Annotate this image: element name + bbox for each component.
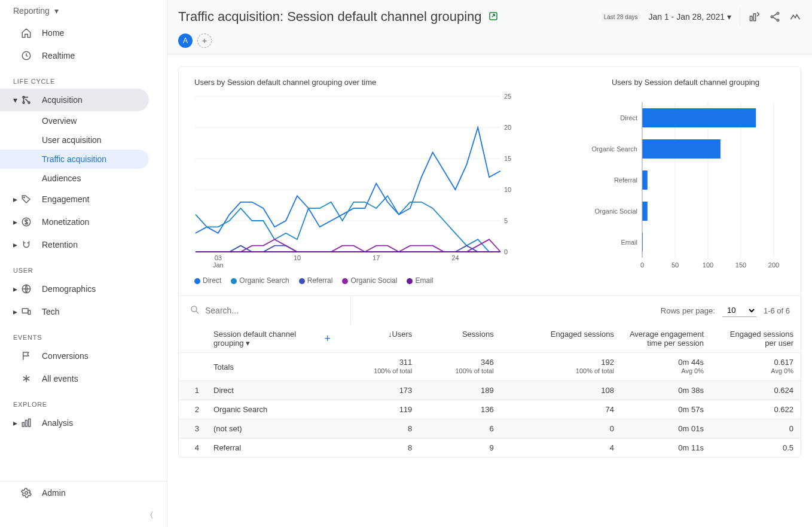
date-range-picker[interactable]: Jan 1 - Jan 28, 2021 ▾ <box>648 12 731 22</box>
comparison-chip[interactable]: A <box>178 33 193 48</box>
col-users[interactable]: ↓Users <box>338 325 419 353</box>
customize-report-icon[interactable] <box>749 11 761 23</box>
report-switcher[interactable]: Reporting ▾ <box>0 0 167 22</box>
sidebar: Reporting ▾ Home Realtime LIFE CYCLE ▾ A… <box>0 0 167 527</box>
nav-item-engagement[interactable]: ▸ Engagement <box>0 188 149 211</box>
nav-label: Conversions <box>42 351 88 361</box>
chevron-down-icon: ▾ <box>54 6 59 16</box>
svg-rect-48 <box>642 139 721 159</box>
table-totals-row: Totals 311100% of total 346100% of total… <box>179 353 801 381</box>
line-chart[interactable]: 051015202503Jan101724 <box>190 90 524 270</box>
svg-text:Email: Email <box>621 239 637 246</box>
nav-item-realtime[interactable]: Realtime <box>0 44 149 67</box>
chevron-down-icon: ▾ <box>13 95 20 105</box>
svg-text:5: 5 <box>504 217 508 224</box>
svg-rect-52 <box>642 202 648 221</box>
col-engaged[interactable]: Engaged sessions <box>501 325 621 353</box>
nav-item-monetization[interactable]: ▸ Monetization <box>0 211 149 233</box>
dimension-header[interactable]: Session default channel grouping ▾ <box>213 330 320 348</box>
svg-text:100: 100 <box>703 261 713 269</box>
nav-sub-audiences[interactable]: Audiences <box>0 169 149 188</box>
bar-chart[interactable]: 050100150200DirectOrganic SearchReferral… <box>576 90 780 276</box>
share-icon[interactable] <box>769 11 781 23</box>
svg-rect-10 <box>26 421 28 427</box>
nav-label: Analysis <box>42 418 73 428</box>
svg-text:150: 150 <box>735 261 746 269</box>
nav-item-conversions[interactable]: Conversions <box>0 345 149 367</box>
nav-label: All events <box>42 374 78 383</box>
svg-text:Jan: Jan <box>213 261 224 269</box>
add-dimension-button[interactable]: + <box>324 333 331 345</box>
svg-rect-14 <box>750 16 752 20</box>
col-sessions[interactable]: Sessions <box>419 325 500 353</box>
chevron-right-icon: ▸ <box>13 307 20 316</box>
date-preset-label: Last 28 days <box>602 13 640 22</box>
col-eng-per-user[interactable]: Engaged sessions per user <box>711 325 801 353</box>
svg-rect-15 <box>753 14 755 21</box>
nav-item-tech[interactable]: ▸ Tech <box>0 300 149 323</box>
flag-icon <box>20 351 32 361</box>
insights-icon[interactable] <box>789 11 801 23</box>
col-avg-time[interactable]: Average engagement time per session <box>621 325 711 353</box>
nav-item-demographics[interactable]: ▸ Demographics <box>0 278 149 300</box>
nav-item-retention[interactable]: ▸ Retention <box>0 233 149 256</box>
svg-rect-8 <box>28 310 30 315</box>
svg-point-4 <box>24 197 25 198</box>
table-row[interactable]: 4Referral8940m 11s0.5 <box>179 438 801 458</box>
data-table: Session default channel grouping ▾ + ↓Us… <box>179 325 801 457</box>
nav-section-explore: EXPLORE <box>0 390 167 412</box>
add-comparison-button[interactable]: + <box>197 33 212 48</box>
legend-item[interactable]: Organic Social <box>342 276 397 285</box>
nav-section-events: EVENTS <box>0 323 167 345</box>
line-chart-legend: DirectOrganic SearchReferralOrganic Soci… <box>190 272 552 287</box>
acquisition-icon <box>20 95 32 105</box>
svg-text:25: 25 <box>504 93 511 100</box>
asterisk-icon <box>20 373 32 384</box>
nav-item-home[interactable]: Home <box>0 22 149 44</box>
rows-per-page-select[interactable]: 10 <box>722 304 756 317</box>
tag-icon <box>20 194 32 205</box>
report-switcher-label: Reporting <box>13 6 50 16</box>
analysis-icon <box>20 418 32 428</box>
devices-icon <box>20 306 32 317</box>
nav-item-all-events[interactable]: All events <box>0 367 149 390</box>
legend-item[interactable]: Direct <box>194 276 221 285</box>
nav-sub-traffic-acquisition[interactable]: Traffic acquisition <box>0 150 149 169</box>
nav-item-admin[interactable]: Admin <box>0 482 149 504</box>
svg-text:10: 10 <box>294 254 301 261</box>
edit-comparison-icon[interactable] <box>488 11 499 23</box>
svg-point-16 <box>777 13 779 14</box>
collapse-sidebar-button[interactable]: 〈 <box>0 504 167 527</box>
report-card: Users by Session default channel groupin… <box>178 66 801 458</box>
page-title: Traffic acquisition: Session default cha… <box>178 9 482 25</box>
svg-rect-7 <box>22 309 28 313</box>
data-table-wrap: Rows per page: 10 1-6 of 6 Session de <box>179 296 801 457</box>
table-row[interactable]: 1Direct1731891080m 38s0.624 <box>179 381 801 400</box>
nav-label: Engagement <box>42 194 89 204</box>
nav-item-analysis[interactable]: ▸ Analysis <box>0 412 149 434</box>
table-row[interactable]: 3(not set)8600m 01s0 <box>179 419 801 438</box>
rows-per-page-label: Rows per page: <box>661 306 715 315</box>
chevron-down-icon: ▾ <box>727 12 731 22</box>
gear-icon <box>20 488 32 498</box>
svg-point-17 <box>771 16 773 17</box>
legend-item[interactable]: Email <box>407 276 433 285</box>
svg-text:15: 15 <box>504 155 511 162</box>
legend-item[interactable]: Organic Search <box>231 276 289 285</box>
svg-point-18 <box>777 19 779 21</box>
nav-section-user: USER <box>0 256 167 278</box>
nav-sub-user-acquisition[interactable]: User acquisition <box>0 130 149 150</box>
dollar-icon <box>20 217 32 227</box>
nav-sub-overview[interactable]: Overview <box>0 111 149 130</box>
chevron-right-icon: ▸ <box>13 217 20 227</box>
home-icon <box>20 28 32 38</box>
search-input[interactable] <box>205 306 325 315</box>
nav-item-acquisition[interactable]: ▾ Acquisition <box>0 89 149 111</box>
svg-text:03: 03 <box>215 254 222 261</box>
legend-item[interactable]: Referral <box>299 276 333 285</box>
svg-text:Organic Search: Organic Search <box>592 145 637 153</box>
nav-label: Tech <box>42 307 60 316</box>
magnet-icon <box>20 239 32 250</box>
table-row[interactable]: 2Organic Search119136740m 57s0.622 <box>179 400 801 419</box>
clock-icon <box>20 50 32 61</box>
